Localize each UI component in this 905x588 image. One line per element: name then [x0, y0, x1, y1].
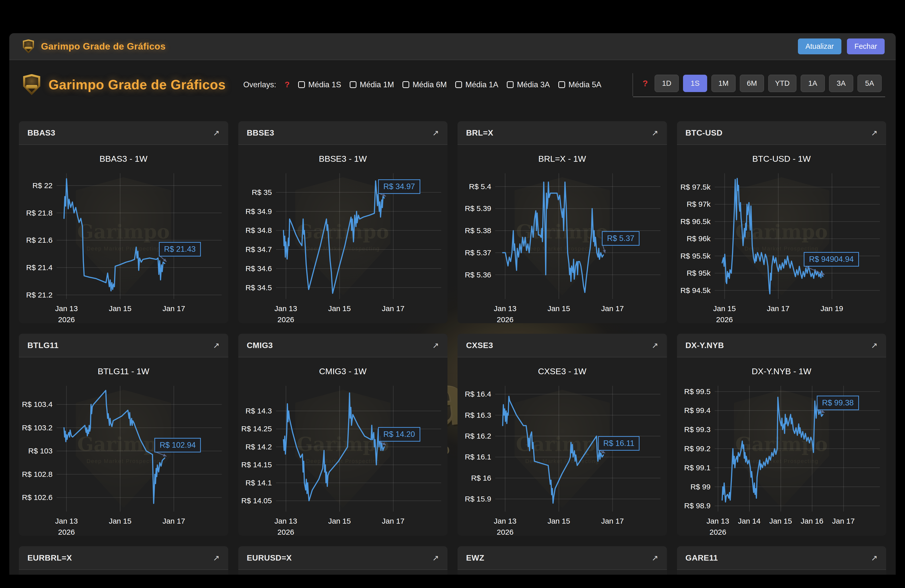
y-tick-label: R$ 34.6 — [245, 264, 272, 273]
card-header: EWZ ↗ — [457, 546, 667, 570]
y-tick-label: R$ 34.7 — [245, 245, 272, 254]
overlays-help-icon[interactable]: ? — [285, 80, 290, 89]
x-tick-label: Jan 15 — [548, 303, 570, 314]
chart-card-btlg11: BTLG11 ↗ GarimpoDeep Market Prospecting … — [19, 334, 228, 536]
ticker-label: EWZ — [466, 553, 484, 563]
page: { "toolbar": { "title": "Garimpo Grade d… — [0, 0, 905, 588]
chart-plot[interactable]: R$ 16.4R$ 16.3R$ 16.2R$ 16.1R$ 16R$ 15.9… — [495, 386, 660, 512]
y-tick-label: R$ 99.5 — [684, 387, 710, 396]
expand-icon[interactable]: ↗ — [432, 554, 439, 562]
y-tick-label: R$ 99.4 — [684, 406, 710, 415]
y-tick-label: R$ 99.3 — [684, 425, 710, 434]
x-tick-label: Jan 19 — [821, 303, 843, 314]
last-price-annotation: R$ 16.11 — [598, 436, 640, 451]
x-tick-label: Jan 17 — [832, 516, 855, 527]
chart-canvas — [715, 173, 880, 299]
y-tick-label: R$ 96k — [686, 234, 710, 243]
y-tick-label: R$ 5.38 — [465, 226, 491, 235]
overlay-checkbox-media-6m[interactable]: Média 6M — [402, 80, 447, 89]
overlay-checkbox-media-1m[interactable]: Média 1M — [350, 80, 394, 89]
expand-icon[interactable]: ↗ — [871, 342, 878, 349]
chart-plot[interactable]: R$ 22R$ 21.8R$ 21.6R$ 21.4R$ 21.2Jan 132… — [57, 173, 222, 299]
overlay-checkbox-media-1s[interactable]: Média 1S — [298, 80, 341, 89]
x-tick-label: Jan 16 — [801, 516, 823, 527]
ticker-label: BRL=X — [466, 128, 493, 138]
atualizar-button[interactable]: Atualizar — [798, 38, 841, 54]
card-header: BBSE3 ↗ — [238, 121, 448, 145]
range-button-ytd[interactable]: YTD — [768, 75, 796, 92]
card-header: CXSE3 ↗ — [457, 334, 667, 358]
y-tick-label: R$ 99.1 — [684, 464, 710, 472]
range-button-6m[interactable]: 6M — [740, 75, 764, 92]
expand-icon[interactable]: ↗ — [432, 129, 439, 137]
ticker-label: DX-Y.NYB — [686, 341, 724, 350]
chart-plot[interactable]: R$ 99.5R$ 99.4R$ 99.3R$ 99.2R$ 99.1R$ 99… — [715, 386, 880, 512]
price-series-line — [283, 181, 384, 293]
y-tick-label: R$ 94.5k — [680, 286, 710, 295]
chart-plot[interactable]: R$ 14.3R$ 14.25R$ 14.2R$ 14.15R$ 14.1R$ … — [276, 386, 441, 512]
expand-icon[interactable]: ↗ — [871, 129, 878, 137]
x-tick-label: Jan 132026 — [707, 516, 729, 536]
chart-plot[interactable]: R$ 103.4R$ 103.2R$ 103R$ 102.8R$ 102.6Ja… — [57, 386, 222, 512]
y-tick-label: R$ 16.4 — [465, 390, 491, 398]
range-button-1a[interactable]: 1A — [801, 75, 825, 92]
x-tick-label: Jan 17 — [162, 516, 185, 527]
page-title: Garimpo Grade de Gráficos — [49, 77, 226, 92]
y-tick-label: R$ 95.5k — [680, 252, 710, 260]
range-button-1s[interactable]: 1S — [683, 75, 707, 92]
y-tick-label: R$ 34.8 — [245, 226, 272, 235]
last-price-annotation: R$ 99.38 — [817, 396, 859, 410]
x-tick-label: Jan 132026 — [55, 303, 78, 323]
y-tick-label: R$ 21.2 — [26, 291, 52, 299]
checkbox-icon[interactable] — [298, 81, 305, 88]
y-tick-label: R$ 99.2 — [684, 444, 710, 453]
expand-icon[interactable]: ↗ — [652, 342, 658, 349]
y-tick-label: R$ 14.1 — [245, 478, 272, 487]
card-header: CMIG3 ↗ — [238, 334, 448, 358]
checkbox-icon[interactable] — [507, 81, 514, 88]
chart-card-bbse3: BBSE3 ↗ GarimpoDeep Market Prospecting B… — [238, 121, 448, 323]
chart-plot[interactable]: R$ 5.4R$ 5.39R$ 5.38R$ 5.37R$ 5.36Jan 13… — [495, 173, 660, 299]
range-help-icon[interactable]: ? — [643, 78, 648, 88]
expand-icon[interactable]: ↗ — [432, 342, 439, 349]
expand-icon[interactable]: ↗ — [213, 554, 220, 562]
y-tick-label: R$ 102.6 — [22, 493, 52, 502]
overlay-checkbox-media-3a[interactable]: Média 3A — [507, 80, 550, 89]
y-tick-label: R$ 103.4 — [22, 400, 52, 409]
x-tick-label: Jan 14 — [738, 516, 761, 527]
range-button-1d[interactable]: 1D — [655, 75, 679, 92]
checkbox-icon[interactable] — [455, 81, 462, 88]
expand-icon[interactable]: ↗ — [652, 554, 658, 562]
range-button-5a[interactable]: 5A — [857, 75, 882, 92]
chart-card-cxse3: CXSE3 ↗ GarimpoDeep Market Prospecting C… — [457, 334, 667, 536]
x-tick-label: Jan 17 — [601, 516, 624, 527]
y-tick-label: R$ 14.05 — [241, 496, 272, 505]
chart-plot[interactable]: R$ 35R$ 34.9R$ 34.8R$ 34.7R$ 34.6R$ 34.5… — [276, 173, 441, 299]
chart-title: CMIG3 - 1W — [238, 366, 448, 376]
chart-title: BBAS3 - 1W — [19, 154, 228, 164]
chart-plot[interactable]: R$ 97.5kR$ 97kR$ 96.5kR$ 96kR$ 95.5kR$ 9… — [715, 173, 880, 299]
fechar-button[interactable]: Fechar — [847, 38, 884, 54]
garimpo-logo — [22, 40, 35, 54]
y-tick-label: R$ 14.2 — [245, 443, 272, 451]
overlays-group: Overlays: ? Média 1S Média 1M Média 6M M… — [243, 80, 602, 89]
checkbox-icon[interactable] — [558, 81, 565, 88]
range-button-1m[interactable]: 1M — [711, 75, 735, 92]
expand-icon[interactable]: ↗ — [213, 342, 220, 349]
price-series-line — [503, 182, 603, 292]
expand-icon[interactable]: ↗ — [652, 129, 658, 137]
y-tick-label: R$ 99 — [690, 483, 710, 491]
y-tick-label: R$ 5.39 — [465, 204, 491, 213]
chart-card-cmig3: CMIG3 ↗ GarimpoDeep Market Prospecting C… — [238, 334, 448, 536]
chart-title: BTC-USD - 1W — [677, 154, 886, 164]
y-tick-label: R$ 95k — [686, 269, 710, 277]
checkbox-icon[interactable] — [350, 81, 356, 88]
price-series-line — [722, 178, 823, 294]
expand-icon[interactable]: ↗ — [871, 554, 878, 562]
expand-icon[interactable]: ↗ — [213, 129, 220, 137]
checkbox-icon[interactable] — [402, 81, 409, 88]
overlay-checkbox-media-1a[interactable]: Média 1A — [455, 80, 498, 89]
controls-bar: Garimpo Grade de Gráficos Overlays: ? Mé… — [9, 60, 896, 107]
range-button-3a[interactable]: 3A — [829, 75, 853, 92]
overlay-checkbox-media-5a[interactable]: Média 5A — [558, 80, 601, 89]
